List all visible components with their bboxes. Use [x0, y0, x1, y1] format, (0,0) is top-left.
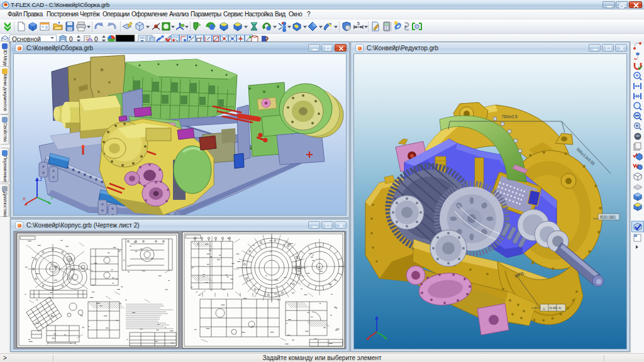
svg-text:760±0.5: 760±0.5 — [501, 114, 517, 119]
svg-text:R20.080: R20.080 — [600, 215, 616, 219]
svg-text:⊥: ⊥ — [542, 306, 546, 310]
svg-text:X: X — [23, 197, 26, 201]
svg-text:5: 5 — [357, 21, 360, 26]
svg-text:0.06: 0.06 — [550, 306, 557, 310]
svg-text:A: A — [558, 306, 561, 310]
svg-text:Y: Y — [50, 196, 53, 200]
svg-text:Z: Z — [40, 177, 43, 182]
